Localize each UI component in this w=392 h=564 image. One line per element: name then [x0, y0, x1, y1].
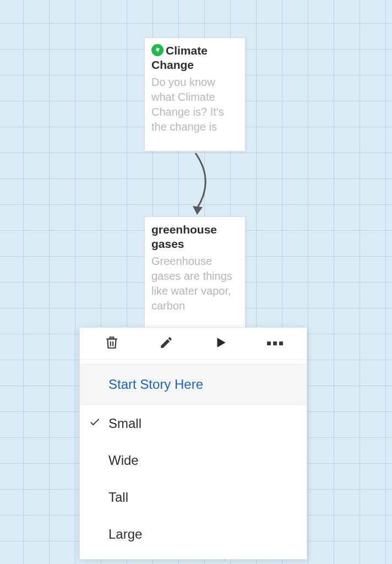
- card-body: Do you know what Climate Change is? It's…: [151, 75, 238, 134]
- card-body: Greenhouse gases are things like water v…: [151, 254, 238, 313]
- more-button[interactable]: [263, 331, 288, 356]
- svg-rect-4: [273, 341, 277, 345]
- menu-item-size-small[interactable]: Small: [80, 405, 307, 442]
- card-title: Climate Change: [151, 44, 238, 73]
- menu-item-size-large[interactable]: Large: [80, 516, 307, 552]
- edit-button[interactable]: [154, 331, 179, 356]
- start-icon: [151, 44, 164, 56]
- menu-item-size-tall[interactable]: Tall: [80, 479, 307, 516]
- card-title: greenhouse gases: [151, 223, 238, 252]
- menu-item-label: Start Story Here: [108, 377, 203, 392]
- ellipsis-icon: [267, 339, 284, 349]
- story-card-greenhouse[interactable]: greenhouse gases Greenhouse gases are th…: [144, 216, 246, 330]
- menu-item-label: Wide: [108, 453, 139, 468]
- trash-icon: [105, 335, 119, 352]
- svg-rect-5: [279, 341, 283, 345]
- pencil-icon: [159, 335, 173, 352]
- context-toolbar: [80, 328, 307, 360]
- svg-rect-3: [267, 341, 271, 345]
- menu-item-label: Small: [108, 416, 141, 431]
- menu-list: Start Story Here Small Wide Tall Large: [80, 360, 307, 559]
- menu-item-size-wide[interactable]: Wide: [80, 442, 307, 479]
- menu-item-start-story[interactable]: Start Story Here: [80, 364, 307, 405]
- delete-button[interactable]: [99, 331, 124, 356]
- story-card-climate[interactable]: Climate Change Do you know what Climate …: [144, 37, 246, 151]
- play-icon: [214, 335, 228, 352]
- menu-item-label: Large: [108, 527, 142, 542]
- check-icon: [89, 416, 101, 431]
- menu-item-label: Tall: [108, 490, 128, 505]
- context-menu: Start Story Here Small Wide Tall Large: [79, 327, 307, 560]
- play-button[interactable]: [208, 331, 233, 356]
